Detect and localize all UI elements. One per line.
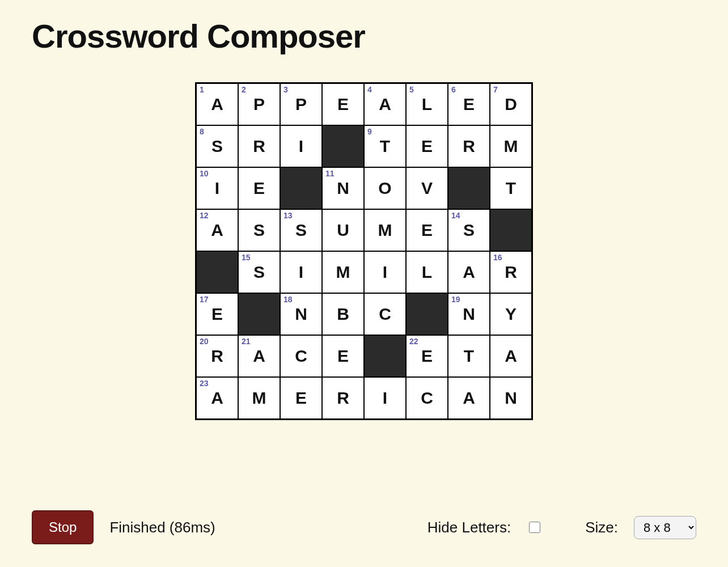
cell[interactable]: E — [406, 209, 448, 251]
cell-letter: B — [337, 304, 349, 324]
cell[interactable]: I — [280, 251, 322, 293]
cell[interactable]: A — [490, 335, 532, 377]
cell[interactable]: M — [238, 377, 280, 419]
cell[interactable]: 8S — [196, 125, 238, 167]
cell-letter: E — [337, 95, 349, 114]
cell-number: 11 — [325, 169, 335, 178]
cell[interactable]: 23A — [196, 377, 238, 419]
cell[interactable]: 20R — [196, 335, 238, 377]
cell[interactable]: 2P — [238, 83, 280, 125]
cell-black — [238, 293, 280, 335]
cell[interactable]: C — [364, 293, 406, 335]
cell-letter: R — [463, 137, 475, 156]
cell[interactable]: N — [490, 377, 532, 419]
cell-letter: E — [211, 304, 223, 324]
cell-number: 22 — [409, 337, 418, 346]
cell-letter: S — [253, 221, 265, 240]
cell-letter: O — [378, 179, 391, 198]
cell[interactable]: T — [448, 335, 490, 377]
cell[interactable]: 1A — [196, 83, 238, 125]
cell[interactable]: C — [406, 377, 448, 419]
cell[interactable]: E — [238, 167, 280, 209]
cell[interactable]: S — [238, 209, 280, 251]
cell[interactable]: M — [490, 125, 532, 167]
cell[interactable]: 21A — [238, 335, 280, 377]
cell-letter: T — [506, 179, 516, 198]
board-area: 1A2P3PE4A5L6E7D8SRI9TERM10IE11NOVT12AS13… — [32, 82, 696, 488]
cell[interactable]: 13S — [280, 209, 322, 251]
cell-number: 20 — [200, 337, 209, 346]
cell-letter: P — [295, 95, 307, 114]
cell-black — [448, 167, 490, 209]
stop-button[interactable]: Stop — [32, 510, 94, 544]
cell[interactable]: 16R — [490, 251, 532, 293]
cell[interactable]: L — [406, 251, 448, 293]
cell-number: 17 — [200, 295, 209, 304]
controls-bar: Stop Finished (86ms) Hide Letters: Size:… — [32, 510, 696, 544]
cell[interactable]: I — [364, 251, 406, 293]
cell-letter: N — [463, 304, 475, 324]
cell[interactable]: I — [280, 125, 322, 167]
cell[interactable]: 11N — [322, 167, 364, 209]
cell[interactable]: 9T — [364, 125, 406, 167]
cell[interactable]: 19N — [448, 293, 490, 335]
cell[interactable]: E — [322, 83, 364, 125]
cell[interactable]: E — [322, 335, 364, 377]
cell[interactable]: 18N — [280, 293, 322, 335]
cell[interactable]: R — [448, 125, 490, 167]
cell-letter: Y — [505, 304, 517, 324]
cell[interactable]: 17E — [196, 293, 238, 335]
cell-letter: P — [253, 95, 265, 114]
cell[interactable]: A — [448, 251, 490, 293]
cell[interactable]: U — [322, 209, 364, 251]
cell[interactable]: M — [364, 209, 406, 251]
hide-letters-checkbox[interactable] — [529, 522, 540, 533]
cell[interactable]: Y — [490, 293, 532, 335]
size-select[interactable]: 8 x 8 — [634, 516, 696, 539]
status-text: Finished (86ms) — [109, 519, 215, 536]
cell-letter: N — [295, 304, 307, 324]
cell[interactable]: E — [406, 125, 448, 167]
cell-letter: C — [421, 388, 433, 408]
cell[interactable]: E — [280, 377, 322, 419]
cell-letter: M — [378, 221, 392, 240]
cell-letter: I — [383, 263, 387, 282]
cell[interactable]: 10I — [196, 167, 238, 209]
size-label: Size: — [585, 519, 618, 536]
cell-number: 18 — [283, 295, 293, 304]
cell[interactable]: 4A — [364, 83, 406, 125]
cell-letter: S — [253, 263, 265, 282]
cell-letter: I — [383, 388, 387, 408]
cell[interactable]: T — [490, 167, 532, 209]
cell-letter: A — [211, 221, 223, 240]
cell[interactable]: C — [280, 335, 322, 377]
cell[interactable]: V — [406, 167, 448, 209]
cell[interactable]: 6E — [448, 83, 490, 125]
cell-letter: R — [337, 388, 349, 408]
cell[interactable]: 22E — [406, 335, 448, 377]
cell-letter: N — [337, 179, 349, 198]
cell[interactable]: R — [322, 377, 364, 419]
cell[interactable]: I — [364, 377, 406, 419]
cell-number: 8 — [200, 127, 204, 136]
cell[interactable]: 3P — [280, 83, 322, 125]
crossword-grid[interactable]: 1A2P3PE4A5L6E7D8SRI9TERM10IE11NOVT12AS13… — [195, 82, 533, 420]
hide-letters-label: Hide Letters: — [428, 519, 511, 536]
cell[interactable]: M — [322, 251, 364, 293]
cell[interactable]: 14S — [448, 209, 490, 251]
page-title: Crossword Composer — [32, 17, 696, 55]
cell[interactable]: 7D — [490, 83, 532, 125]
cell[interactable]: R — [238, 125, 280, 167]
cell-number: 19 — [451, 295, 460, 304]
cell[interactable]: 12A — [196, 209, 238, 251]
cell-letter: E — [421, 346, 433, 366]
cell-letter: C — [379, 304, 391, 324]
cell[interactable]: A — [448, 377, 490, 419]
cell-letter: E — [421, 221, 433, 240]
cell-letter: E — [253, 179, 265, 198]
cell[interactable]: 15S — [238, 251, 280, 293]
cell[interactable]: O — [364, 167, 406, 209]
cell-number: 9 — [367, 127, 372, 136]
cell[interactable]: 5L — [406, 83, 448, 125]
cell[interactable]: B — [322, 293, 364, 335]
